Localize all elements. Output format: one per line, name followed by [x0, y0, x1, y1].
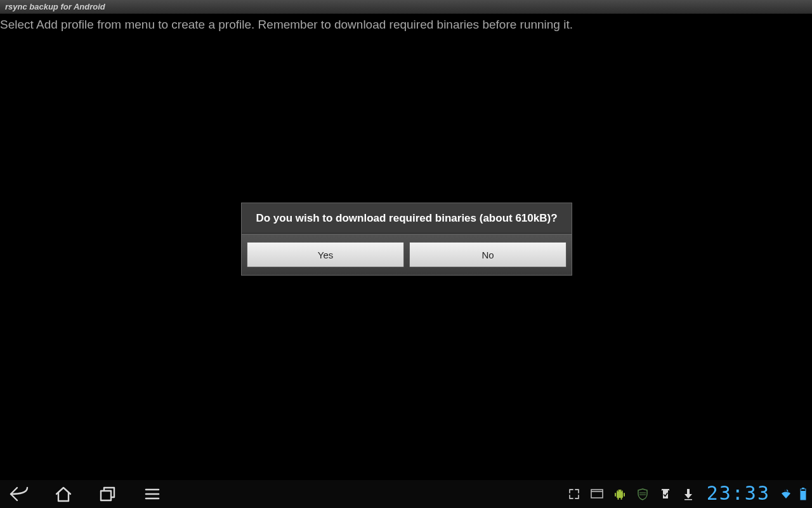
battery-icon	[799, 486, 807, 502]
back-button[interactable]	[6, 481, 32, 507]
title-bar: rsync backup for Android	[0, 0, 812, 14]
yes-button[interactable]: Yes	[247, 242, 404, 267]
svg-rect-8	[624, 493, 625, 497]
svg-point-12	[620, 490, 622, 491]
nav-buttons-left	[4, 481, 165, 507]
dialog-button-row: Yes No	[242, 234, 572, 275]
home-icon	[54, 485, 73, 503]
menu-button[interactable]	[140, 481, 165, 507]
svg-rect-17	[801, 491, 806, 500]
home-button[interactable]	[51, 481, 76, 507]
recent-apps-button[interactable]	[95, 481, 121, 507]
clock[interactable]: 23:33	[707, 484, 770, 503]
svg-rect-13	[687, 489, 690, 494]
svg-rect-6	[617, 492, 623, 498]
app-title: rsync backup for Android	[5, 2, 105, 11]
expand-icon[interactable]	[566, 486, 582, 502]
download-binaries-dialog: Do you wish to download required binarie…	[241, 203, 572, 276]
recent-apps-icon	[98, 485, 117, 503]
svg-rect-0	[101, 491, 111, 500]
instruction-text: Select Add profile from menu to create a…	[0, 18, 573, 31]
android-icon	[612, 486, 628, 502]
shield-icon	[634, 486, 651, 502]
svg-rect-14	[684, 499, 692, 500]
no-button[interactable]: No	[409, 242, 566, 267]
content-area: Select Add profile from menu to create a…	[0, 14, 812, 33]
download-complete-icon	[657, 486, 674, 502]
back-icon	[8, 485, 30, 503]
svg-rect-4	[591, 490, 603, 498]
download-icon	[680, 486, 697, 502]
screenshot-icon[interactable]	[589, 486, 605, 502]
status-icons-right: 23:33	[566, 485, 808, 504]
svg-rect-10	[620, 497, 622, 500]
svg-point-11	[617, 490, 619, 491]
dialog-message: Do you wish to download required binarie…	[242, 203, 572, 234]
svg-rect-9	[617, 497, 619, 500]
wifi-icon	[779, 486, 793, 502]
svg-rect-7	[615, 493, 616, 497]
menu-icon	[144, 486, 160, 502]
system-navigation-bar: 23:33	[0, 480, 812, 508]
